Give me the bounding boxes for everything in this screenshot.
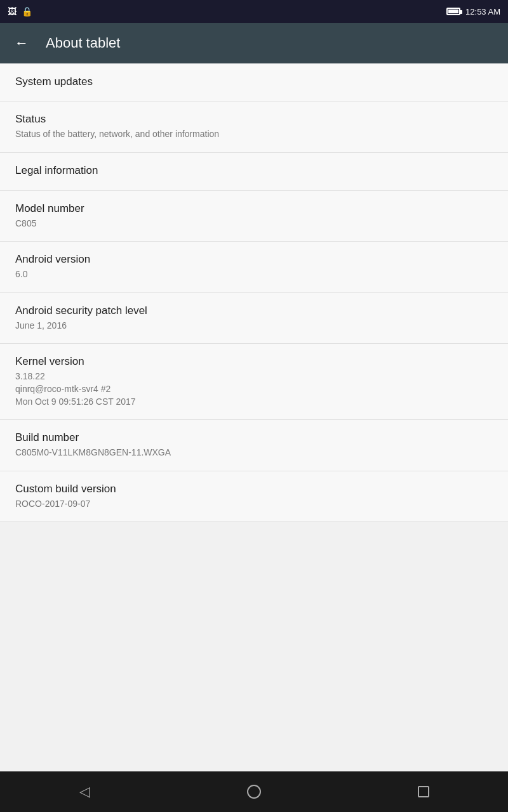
battery-icon bbox=[446, 8, 460, 15]
kernel-version-item: Kernel version 3.18.22 qinrq@roco-mtk-sv… bbox=[0, 344, 508, 420]
status-item[interactable]: Status Status of the battery, network, a… bbox=[0, 102, 508, 153]
android-version-item: Android version 6.0 bbox=[0, 242, 508, 293]
back-button[interactable]: ← bbox=[10, 32, 33, 55]
model-number-label: Model number bbox=[15, 202, 493, 215]
model-number-value: C805 bbox=[15, 218, 493, 230]
nav-recents-icon bbox=[418, 786, 429, 797]
nav-back-icon: ◁ bbox=[79, 783, 90, 800]
status-icons-right: 12:53 AM bbox=[446, 7, 500, 16]
system-updates-item[interactable]: System updates bbox=[0, 63, 508, 102]
build-number-value: C805M0-V11LKM8GN8GEN-11.WXGA bbox=[15, 447, 493, 459]
status-icons-left: 🖼 🔒 bbox=[8, 6, 32, 16]
bottom-space bbox=[0, 522, 508, 649]
android-version-label: Android version bbox=[15, 253, 493, 266]
android-security-patch-label: Android security patch level bbox=[15, 304, 493, 317]
status-time: 12:53 AM bbox=[465, 7, 500, 16]
settings-content: System updates Status Status of the batt… bbox=[0, 63, 508, 771]
back-icon: ← bbox=[15, 35, 29, 51]
app-bar: ← About tablet bbox=[0, 23, 508, 63]
kernel-version-label: Kernel version bbox=[15, 355, 493, 368]
custom-build-version-label: Custom build version bbox=[15, 483, 493, 495]
kernel-version-value: 3.18.22 qinrq@roco-mtk-svr4 #2 Mon Oct 9… bbox=[15, 370, 493, 408]
legal-information-item[interactable]: Legal information bbox=[0, 153, 508, 191]
status-label: Status bbox=[15, 113, 493, 126]
build-number-label: Build number bbox=[15, 431, 493, 444]
android-security-patch-item: Android security patch level June 1, 201… bbox=[0, 293, 508, 344]
app-bar-title: About tablet bbox=[46, 35, 120, 51]
nav-back-button[interactable]: ◁ bbox=[65, 773, 104, 811]
status-bar: 🖼 🔒 12:53 AM bbox=[0, 0, 508, 23]
model-number-item: Model number C805 bbox=[0, 191, 508, 242]
custom-build-version-value: ROCO-2017-09-07 bbox=[15, 498, 493, 511]
android-version-value: 6.0 bbox=[15, 268, 493, 281]
lock-icon: 🔒 bbox=[22, 6, 32, 16]
system-updates-label: System updates bbox=[15, 75, 493, 88]
legal-information-label: Legal information bbox=[15, 164, 493, 177]
custom-build-version-item: Custom build version ROCO-2017-09-07 bbox=[0, 471, 508, 523]
nav-recents-button[interactable] bbox=[404, 773, 443, 811]
nav-home-button[interactable] bbox=[235, 773, 273, 811]
status-value: Status of the battery, network, and othe… bbox=[15, 128, 493, 141]
nav-home-icon bbox=[247, 785, 261, 799]
nav-bar: ◁ bbox=[0, 771, 508, 812]
android-security-patch-value: June 1, 2016 bbox=[15, 320, 493, 332]
build-number-item: Build number C805M0-V11LKM8GN8GEN-11.WXG… bbox=[0, 420, 508, 471]
image-icon: 🖼 bbox=[8, 6, 17, 16]
